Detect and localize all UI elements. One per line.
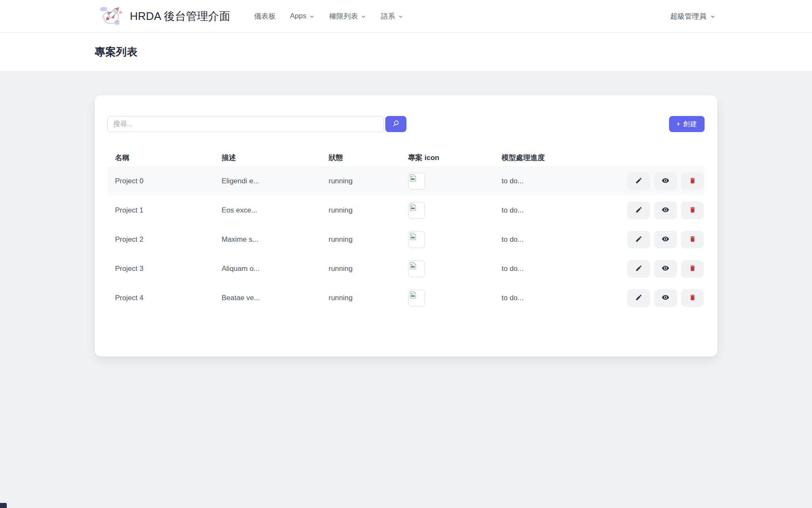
trash-icon	[689, 177, 696, 185]
project-broken-image-icon	[408, 173, 425, 190]
column-header-status: 狀態	[321, 149, 401, 166]
project-status: running	[321, 196, 401, 225]
view-button[interactable]	[654, 289, 677, 307]
trash-icon	[689, 235, 696, 244]
pencil-icon	[635, 206, 642, 215]
project-name: Project 2	[107, 225, 214, 254]
project-progress: to do...	[494, 225, 617, 254]
project-name: Project 3	[107, 254, 214, 283]
project-description: Beatae ve...	[214, 283, 321, 312]
project-description: Maxime s...	[214, 225, 321, 254]
nav-item-language-label: 語系	[381, 11, 395, 21]
view-button[interactable]	[654, 231, 677, 248]
edit-button[interactable]	[627, 231, 650, 248]
trash-icon	[689, 265, 696, 273]
user-menu[interactable]: 超級管理員	[670, 11, 716, 21]
chevron-down-icon	[710, 14, 716, 19]
delete-button[interactable]	[681, 172, 704, 190]
trash-icon	[689, 294, 696, 302]
table-row: Project 3 Aliquam o... running to do...	[107, 254, 705, 283]
project-status: running	[321, 254, 401, 283]
edit-button[interactable]	[627, 260, 650, 278]
delete-button[interactable]	[681, 289, 704, 307]
eye-icon	[661, 235, 669, 244]
column-header-description: 描述	[214, 149, 321, 166]
pencil-icon	[635, 235, 642, 244]
eye-icon	[661, 293, 669, 303]
eye-icon	[661, 206, 669, 215]
project-broken-image-icon	[408, 231, 425, 248]
project-name: Project 0	[107, 166, 214, 196]
nav-item-dashboard-label: 儀表板	[254, 11, 276, 21]
main-nav: 儀表板 Apps 權限列表 語系	[254, 11, 404, 21]
chevron-down-icon	[398, 14, 403, 19]
eye-icon	[661, 264, 669, 273]
projects-table: 名稱 描述 狀態 專案 icon 模型處理進度 Project 0 Eligen…	[107, 149, 705, 312]
column-header-name: 名稱	[107, 149, 214, 166]
project-name: Project 1	[107, 196, 214, 225]
view-button[interactable]	[654, 202, 677, 219]
view-button[interactable]	[654, 172, 677, 190]
pencil-icon	[635, 177, 642, 185]
project-description: Eos exce...	[214, 196, 321, 225]
top-navbar: HRDA 後台管理介面 儀表板 Apps 權限列表 語系	[0, 0, 812, 33]
table-header-row: 名稱 描述 狀態 專案 icon 模型處理進度	[107, 149, 705, 166]
table-row: Project 1 Eos exce... running to do...	[107, 196, 705, 225]
rocket-logo-icon	[99, 3, 123, 29]
nav-item-dashboard[interactable]: 儀表板	[254, 11, 276, 21]
page-header: 專案列表	[0, 33, 812, 72]
project-progress: to do...	[494, 254, 617, 283]
brand-title: HRDA 後台管理介面	[130, 9, 230, 24]
project-broken-image-icon	[408, 290, 425, 306]
project-description: Eligendi e...	[214, 166, 321, 196]
pencil-icon	[635, 294, 642, 302]
delete-button[interactable]	[681, 202, 704, 219]
column-header-actions	[617, 149, 705, 166]
user-menu-label: 超級管理員	[670, 11, 706, 21]
project-broken-image-icon	[408, 260, 425, 277]
edit-button[interactable]	[627, 289, 650, 307]
nav-item-permissions[interactable]: 權限列表	[329, 11, 366, 21]
corner-artifact	[0, 503, 7, 508]
column-header-progress: 模型處理進度	[494, 149, 617, 166]
project-broken-image-icon	[408, 202, 425, 219]
projects-card: + 創建 名稱 描述 狀態 專案 icon 模型處理進度	[95, 95, 717, 356]
create-button[interactable]: + 創建	[669, 116, 705, 132]
project-status: running	[321, 283, 401, 312]
delete-button[interactable]	[681, 260, 704, 278]
project-progress: to do...	[494, 166, 617, 196]
table-row: Project 0 Eligendi e... running to do...	[107, 166, 705, 196]
brand-link[interactable]: HRDA 後台管理介面	[99, 3, 230, 29]
project-progress: to do...	[494, 196, 617, 225]
edit-button[interactable]	[627, 172, 650, 190]
table-row: Project 4 Beatae ve... running to do...	[107, 283, 705, 312]
project-status: running	[321, 166, 401, 196]
nav-item-language[interactable]: 語系	[381, 11, 403, 21]
delete-button[interactable]	[681, 231, 704, 248]
project-description: Aliquam o...	[214, 254, 321, 283]
project-status: running	[321, 225, 401, 254]
project-name: Project 4	[107, 283, 214, 312]
search-icon	[392, 119, 400, 129]
table-toolbar: + 創建	[107, 116, 705, 132]
table-row: Project 2 Maxime s... running to do...	[107, 225, 705, 254]
nav-item-permissions-label: 權限列表	[329, 11, 358, 21]
nav-item-apps-label: Apps	[290, 12, 307, 20]
search-input[interactable]	[107, 116, 384, 132]
nav-item-apps[interactable]: Apps	[290, 12, 315, 20]
page-title: 專案列表	[95, 45, 717, 59]
chevron-down-icon	[361, 14, 366, 19]
pencil-icon	[635, 265, 642, 273]
search-button[interactable]	[385, 116, 406, 132]
chevron-down-icon	[309, 14, 315, 19]
project-progress: to do...	[494, 283, 617, 312]
column-header-project-icon: 專案 icon	[401, 149, 494, 166]
edit-button[interactable]	[627, 202, 650, 219]
view-button[interactable]	[654, 260, 677, 278]
trash-icon	[689, 206, 696, 215]
eye-icon	[661, 177, 669, 186]
